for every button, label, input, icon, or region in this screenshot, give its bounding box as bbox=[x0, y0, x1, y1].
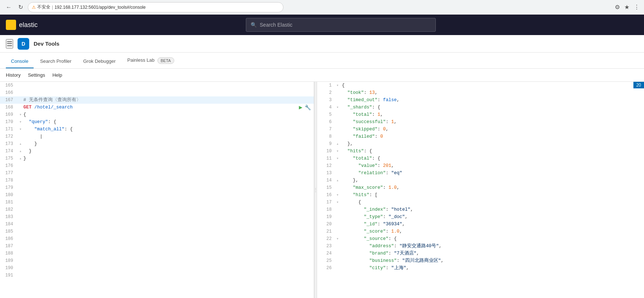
editor-line: 174▴ } bbox=[0, 148, 314, 155]
fold-gutter[interactable]: ▴ bbox=[18, 140, 23, 148]
output-fold-gutter[interactable]: ▾ bbox=[335, 191, 340, 199]
line-number: 165 bbox=[0, 82, 18, 89]
refresh-button[interactable]: ↻ bbox=[16, 3, 25, 12]
main-content: 165166167# 无条件查询〈查询所有〉▶🔧168GET /hotel/_s… bbox=[0, 82, 644, 298]
output-fold-gutter[interactable]: ▴ bbox=[335, 177, 340, 184]
output-line: 2 "took": 13, bbox=[317, 89, 644, 96]
help-button[interactable]: Help bbox=[52, 72, 62, 78]
output-line: 1▾{ bbox=[317, 82, 644, 89]
resize-handle[interactable]: ⋮ bbox=[314, 82, 317, 298]
line-number: 178 bbox=[0, 177, 18, 184]
line-content: | bbox=[23, 133, 314, 140]
output-line-number: 14 bbox=[317, 177, 335, 184]
browser-bar: ← ↻ ⚠ 不安全 | 192.168.177.132:5601/app/dev… bbox=[0, 0, 644, 15]
output-fold-gutter[interactable]: ▾ bbox=[335, 235, 340, 242]
line-content: "match_all": { bbox=[23, 126, 314, 133]
output-content: "total": 1, bbox=[340, 111, 644, 118]
output-content: "timed_out": false, bbox=[340, 96, 644, 104]
output-line-number: 17 bbox=[317, 199, 335, 206]
line-number: 186 bbox=[0, 235, 18, 242]
editor-line: 171▾ "match_all": { bbox=[0, 126, 314, 133]
output-content: "took": 13, bbox=[340, 89, 644, 96]
tab-painless-lab[interactable]: Painless Lab BETA bbox=[122, 54, 179, 68]
line-number: 170 bbox=[0, 118, 18, 126]
line-content: "query": { bbox=[23, 118, 314, 126]
output-lines[interactable]: 1▾{2 "took": 13,3 "timed_out": false,4▾ … bbox=[317, 82, 644, 298]
editor-panel: 165166167# 无条件查询〈查询所有〉▶🔧168GET /hotel/_s… bbox=[0, 82, 314, 298]
output-line-number: 3 bbox=[317, 96, 335, 104]
output-fold-gutter[interactable]: ▾ bbox=[335, 155, 340, 162]
elastic-logo[interactable]: elastic bbox=[6, 20, 38, 30]
menu-icon[interactable]: ⋮ bbox=[634, 4, 640, 11]
editor-line: 170▾ "query": { bbox=[0, 118, 314, 126]
fold-gutter[interactable]: ▾ bbox=[18, 126, 23, 133]
output-line: 23 "address": "静安交通路40号", bbox=[317, 242, 644, 250]
line-number: 174 bbox=[0, 148, 18, 155]
output-line-number: 15 bbox=[317, 184, 335, 191]
editor-line: 188 bbox=[0, 250, 314, 257]
output-line-number: 26 bbox=[317, 264, 335, 272]
output-line-number: 10 bbox=[317, 148, 335, 155]
output-content: "business": "四川北路商业区", bbox=[340, 257, 644, 264]
bookmark-icon[interactable]: ★ bbox=[624, 4, 629, 11]
output-content: "_id": "36934", bbox=[340, 221, 644, 228]
output-line-number: 13 bbox=[317, 169, 335, 177]
output-line-number: 25 bbox=[317, 257, 335, 264]
output-fold-gutter[interactable]: ▾ bbox=[335, 148, 340, 155]
line-number: 185 bbox=[0, 228, 18, 235]
search-placeholder-text: Search Elastic bbox=[260, 22, 292, 28]
output-line: 21 "_score": 1.0, bbox=[317, 228, 644, 235]
output-content: }, bbox=[340, 177, 644, 184]
fold-gutter[interactable]: ▾ bbox=[18, 118, 23, 126]
security-warning-icon: ⚠ bbox=[32, 5, 36, 10]
output-line: 24 "brand": "7天酒店", bbox=[317, 250, 644, 257]
output-content: "_shards": { bbox=[340, 104, 644, 111]
editor-line: 176 bbox=[0, 162, 314, 169]
output-fold-gutter[interactable]: ▾ bbox=[335, 82, 340, 89]
output-line: 11▾ "total": { bbox=[317, 155, 644, 162]
output-line-number: 20 bbox=[317, 221, 335, 228]
output-content: "skipped": 0, bbox=[340, 126, 644, 133]
editor-line: 168GET /hotel/_search bbox=[0, 104, 314, 111]
tab-search-profiler[interactable]: Search Profiler bbox=[35, 55, 77, 68]
output-line-number: 18 bbox=[317, 206, 335, 213]
output-fold-gutter[interactable]: ▾ bbox=[335, 104, 340, 111]
profile-icon[interactable]: ⚙ bbox=[615, 4, 620, 11]
settings-button[interactable]: Settings bbox=[28, 72, 45, 78]
editor-line: 189 bbox=[0, 257, 314, 264]
output-line-number: 8 bbox=[317, 133, 335, 140]
back-button[interactable]: ← bbox=[4, 3, 13, 12]
tab-console[interactable]: Console bbox=[6, 55, 34, 68]
output-line: 16▾ "hits": [ bbox=[317, 191, 644, 199]
global-search-bar[interactable]: 🔍 Search Elastic bbox=[246, 18, 436, 32]
fold-gutter[interactable]: ▴ bbox=[18, 155, 23, 162]
address-bar[interactable]: ⚠ 不安全 | 192.168.177.132:5601/app/dev_too… bbox=[28, 2, 283, 12]
line-number: 176 bbox=[0, 162, 18, 169]
output-fold-gutter[interactable]: ▴ bbox=[335, 140, 340, 148]
tab-grok-debugger[interactable]: Grok Debugger bbox=[78, 55, 121, 68]
elastic-header: elastic 🔍 Search Elastic bbox=[0, 15, 644, 35]
line-content: } bbox=[23, 148, 314, 155]
line-content: GET /hotel/_search bbox=[23, 104, 314, 111]
fold-gutter[interactable]: ▾ bbox=[18, 111, 23, 118]
editor-line: 179 bbox=[0, 184, 314, 191]
output-line: 18 "_index": "hotel", bbox=[317, 206, 644, 213]
wrench-button[interactable]: 🔧 bbox=[305, 104, 311, 111]
line-count-badge: 20 bbox=[633, 82, 644, 88]
line-number: 187 bbox=[0, 242, 18, 250]
app-header: ☰ D Dev Tools bbox=[0, 35, 644, 53]
output-line: 3 "timed_out": false, bbox=[317, 96, 644, 104]
output-content: "failed": 0 bbox=[340, 133, 644, 140]
hamburger-button[interactable]: ☰ bbox=[6, 39, 13, 49]
output-line-number: 11 bbox=[317, 155, 335, 162]
output-content: "hits": [ bbox=[340, 191, 644, 199]
editor-lines[interactable]: 165166167# 无条件查询〈查询所有〉▶🔧168GET /hotel/_s… bbox=[0, 82, 314, 298]
run-button[interactable]: ▶ bbox=[299, 104, 302, 111]
fold-gutter[interactable]: ▴ bbox=[18, 148, 23, 155]
line-number: 166 bbox=[0, 89, 18, 96]
output-content: "_score": 1.0, bbox=[340, 228, 644, 235]
svg-point-1 bbox=[8, 24, 14, 27]
line-number: 182 bbox=[0, 206, 18, 213]
history-button[interactable]: History bbox=[6, 72, 20, 78]
output-fold-gutter[interactable]: ▾ bbox=[335, 199, 340, 206]
